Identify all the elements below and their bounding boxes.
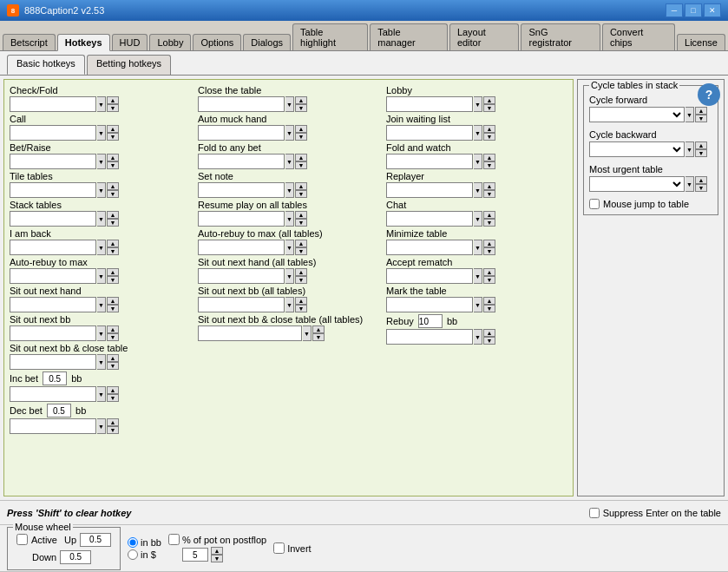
sit-out-hand-all-arrow[interactable]: ▼ bbox=[285, 268, 294, 284]
tile-tables-up[interactable]: ▲ bbox=[107, 182, 119, 190]
inc-bet-arrow[interactable]: ▼ bbox=[97, 386, 106, 402]
hotkey-call-input[interactable] bbox=[10, 125, 96, 141]
close-table-down[interactable]: ▼ bbox=[295, 104, 307, 112]
stack-tables-up[interactable]: ▲ bbox=[107, 211, 119, 219]
sit-out-hand-all-up[interactable]: ▲ bbox=[295, 268, 307, 276]
auto-muck-down[interactable]: ▼ bbox=[295, 133, 307, 141]
pct-pot-checkbox[interactable] bbox=[168, 534, 180, 545]
tile-tables-down[interactable]: ▼ bbox=[107, 190, 119, 198]
replayer-down[interactable]: ▼ bbox=[483, 190, 495, 198]
accept-rematch-arrow[interactable]: ▼ bbox=[474, 268, 482, 284]
cycle-most-urgent-arrow[interactable]: ▼ bbox=[685, 176, 694, 192]
in-dollar-radio[interactable] bbox=[128, 549, 138, 560]
cycle-forward-down[interactable]: ▼ bbox=[695, 115, 707, 122]
cycle-backward-up[interactable]: ▲ bbox=[695, 141, 707, 149]
minimize-arrow[interactable]: ▼ bbox=[474, 240, 482, 255]
chat-arrow[interactable]: ▼ bbox=[474, 211, 482, 227]
rebuy-arrow[interactable]: ▼ bbox=[474, 329, 482, 345]
sit-out-next-hand-arrow[interactable]: ▼ bbox=[97, 297, 106, 312]
sit-out-close-all-down[interactable]: ▼ bbox=[312, 333, 325, 341]
tile-tables-arrow[interactable]: ▼ bbox=[97, 182, 106, 198]
call-arrow[interactable]: ▼ bbox=[97, 125, 106, 141]
join-waiting-arrow[interactable]: ▼ bbox=[474, 125, 482, 141]
fold-any-bet-up[interactable]: ▲ bbox=[295, 154, 307, 161]
sit-out-hand-all-down[interactable]: ▼ bbox=[295, 276, 307, 284]
auto-muck-up[interactable]: ▲ bbox=[295, 125, 307, 133]
hotkey-stack-tables-input[interactable] bbox=[10, 211, 96, 227]
cycle-most-urgent-up[interactable]: ▲ bbox=[695, 176, 707, 184]
sub-tab-betting[interactable]: Betting hotkeys bbox=[87, 55, 171, 75]
stack-tables-arrow[interactable]: ▼ bbox=[97, 211, 106, 227]
sit-out-close-arrow[interactable]: ▼ bbox=[97, 354, 106, 370]
cycle-most-urgent-input[interactable] bbox=[589, 176, 685, 192]
auto-rebuy-all-down[interactable]: ▼ bbox=[295, 247, 307, 255]
sit-out-bb-all-up[interactable]: ▲ bbox=[295, 297, 307, 305]
lobby-up[interactable]: ▲ bbox=[483, 96, 495, 104]
auto-rebuy-all-up[interactable]: ▲ bbox=[295, 240, 307, 247]
hotkey-chat-input[interactable] bbox=[386, 211, 473, 227]
sit-out-bb-all-down[interactable]: ▼ bbox=[295, 305, 307, 312]
mark-table-arrow[interactable]: ▼ bbox=[474, 297, 482, 312]
tab-lobby[interactable]: Lobby bbox=[149, 34, 191, 50]
mouse-wheel-active-checkbox[interactable] bbox=[16, 534, 28, 545]
i-am-back-down[interactable]: ▼ bbox=[107, 247, 119, 255]
fold-watch-up[interactable]: ▲ bbox=[483, 154, 495, 161]
cycle-most-urgent-down[interactable]: ▼ bbox=[695, 184, 707, 192]
cycle-forward-up[interactable]: ▲ bbox=[695, 107, 707, 115]
hotkey-sit-out-close-all-input[interactable] bbox=[198, 325, 302, 341]
resume-play-arrow[interactable]: ▼ bbox=[285, 211, 294, 227]
close-button[interactable]: ✕ bbox=[704, 3, 721, 17]
check-fold-down[interactable]: ▼ bbox=[107, 104, 119, 112]
minimize-up[interactable]: ▲ bbox=[483, 240, 495, 247]
hotkey-check-fold-input[interactable] bbox=[10, 96, 96, 112]
auto-muck-arrow[interactable]: ▼ bbox=[285, 125, 294, 141]
chat-down[interactable]: ▼ bbox=[483, 219, 495, 227]
tab-table-manager[interactable]: Table manager bbox=[370, 23, 448, 50]
i-am-back-arrow[interactable]: ▼ bbox=[97, 240, 106, 255]
cycle-forward-input[interactable] bbox=[589, 107, 685, 122]
tab-betscript[interactable]: Betscript bbox=[3, 34, 56, 50]
tab-hud[interactable]: HUD bbox=[112, 34, 148, 50]
hotkey-auto-rebuy-input[interactable] bbox=[10, 268, 96, 284]
accept-rematch-down[interactable]: ▼ bbox=[483, 276, 495, 284]
hotkey-auto-rebuy-all-input[interactable] bbox=[198, 240, 285, 255]
hotkey-fold-watch-input[interactable] bbox=[386, 154, 473, 169]
auto-rebuy-up[interactable]: ▲ bbox=[107, 268, 119, 276]
sit-out-close-up[interactable]: ▲ bbox=[107, 354, 119, 362]
hotkey-i-am-back-input[interactable] bbox=[10, 240, 96, 255]
pct-up-btn[interactable]: ▲ bbox=[211, 547, 223, 555]
dec-bet-up[interactable]: ▲ bbox=[107, 418, 119, 426]
bet-raise-up[interactable]: ▲ bbox=[107, 154, 119, 161]
dec-bet-arrow[interactable]: ▼ bbox=[97, 418, 106, 434]
rebuy-value[interactable] bbox=[418, 314, 443, 328]
tab-dialogs[interactable]: Dialogs bbox=[243, 34, 291, 50]
close-table-up[interactable]: ▲ bbox=[295, 96, 307, 104]
close-table-arrow[interactable]: ▼ bbox=[285, 96, 294, 112]
tab-table-highlight[interactable]: Table highlight bbox=[292, 23, 368, 50]
hotkey-mark-table-input[interactable] bbox=[386, 297, 473, 312]
resume-play-down[interactable]: ▼ bbox=[295, 219, 307, 227]
mouse-wheel-down-input[interactable] bbox=[60, 550, 91, 564]
hotkey-auto-muck-input[interactable] bbox=[198, 125, 285, 141]
hotkey-join-waiting-input[interactable] bbox=[386, 125, 473, 141]
in-bb-radio[interactable] bbox=[128, 537, 138, 548]
cycle-backward-down[interactable]: ▼ bbox=[695, 149, 707, 157]
inc-bet-down[interactable]: ▼ bbox=[107, 394, 119, 402]
mouse-wheel-up-input[interactable] bbox=[80, 533, 111, 547]
hotkey-sit-out-bb-all-input[interactable] bbox=[198, 297, 285, 312]
tab-license[interactable]: License bbox=[677, 34, 725, 50]
auto-rebuy-all-arrow[interactable]: ▼ bbox=[285, 240, 294, 255]
sit-out-close-down[interactable]: ▼ bbox=[107, 362, 119, 370]
lobby-arrow[interactable]: ▼ bbox=[474, 96, 482, 112]
hotkey-fold-any-bet-input[interactable] bbox=[198, 154, 285, 169]
cycle-backward-input[interactable] bbox=[589, 141, 685, 157]
join-waiting-up[interactable]: ▲ bbox=[483, 125, 495, 133]
check-fold-arrow[interactable]: ▼ bbox=[97, 96, 106, 112]
bet-raise-arrow[interactable]: ▼ bbox=[97, 154, 106, 169]
sit-out-close-all-arrow[interactable]: ▼ bbox=[303, 325, 312, 341]
hotkey-sit-out-hand-all-input[interactable] bbox=[198, 268, 285, 284]
hotkey-sit-out-close-input[interactable] bbox=[10, 354, 96, 370]
help-button[interactable]: ? bbox=[698, 83, 720, 106]
fold-any-bet-down[interactable]: ▼ bbox=[295, 161, 307, 169]
call-up[interactable]: ▲ bbox=[107, 125, 119, 133]
